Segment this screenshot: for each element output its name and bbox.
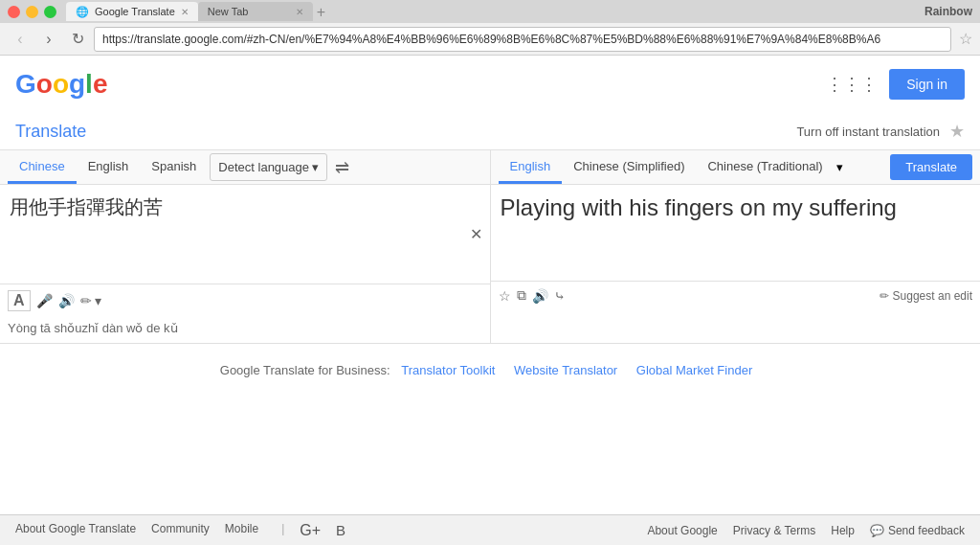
translate-title: Translate xyxy=(15,122,86,142)
target-lang-tab-chinese-traditional[interactable]: Chinese (Traditional) xyxy=(696,151,834,184)
target-lang-tab-english[interactable]: English xyxy=(499,151,563,184)
translate-button[interactable]: Translate xyxy=(890,154,972,180)
tab-favicon: 🌐 xyxy=(76,6,89,18)
title-bar: 🌐 Google Translate ✕ New Tab ✕ + Rainbow xyxy=(0,0,980,23)
minimize-window-button[interactable] xyxy=(26,6,38,18)
source-text-input[interactable]: 用他手指彈我的苦 xyxy=(0,185,490,281)
privacy-terms-link[interactable]: Privacy & Terms xyxy=(733,524,815,537)
google-logo: G o o g l e xyxy=(15,69,107,100)
global-market-finder-link[interactable]: Global Market Finder xyxy=(636,363,752,377)
suggest-edit-label: Suggest an edit xyxy=(893,289,972,303)
target-speaker-button[interactable]: 🔊 xyxy=(532,288,548,304)
swap-languages-button[interactable]: ⇌ xyxy=(327,157,357,178)
tab-label: New Tab xyxy=(208,6,249,17)
tab-close-icon[interactable]: ✕ xyxy=(181,7,189,17)
browser-frame: 🌐 Google Translate ✕ New Tab ✕ + Rainbow… xyxy=(0,0,980,56)
suggest-edit-link[interactable]: ✏ Suggest an edit xyxy=(880,289,972,303)
copy-translation-button[interactable]: ⧉ xyxy=(517,287,526,304)
website-translator-link[interactable]: Website Translator xyxy=(514,363,617,377)
maximize-window-button[interactable] xyxy=(44,6,56,18)
tab-close-icon[interactable]: ✕ xyxy=(296,7,303,17)
instant-toggle[interactable]: Turn off instant translation xyxy=(796,125,940,139)
source-lang-tab-chinese[interactable]: Chinese xyxy=(8,151,77,184)
gplus-icon[interactable]: G+ xyxy=(300,522,321,539)
forward-button[interactable]: › xyxy=(36,27,61,52)
clear-source-button[interactable]: ✕ xyxy=(470,225,482,243)
tabs-bar: 🌐 Google Translate ✕ New Tab ✕ + xyxy=(66,2,915,21)
save-star-icon[interactable]: ★ xyxy=(949,121,965,142)
target-panel: English Chinese (Simplified) Chinese (Tr… xyxy=(491,150,981,343)
translated-text: Playing with his fingers on my suffering xyxy=(491,185,981,281)
source-lang-tab-english[interactable]: English xyxy=(77,151,141,184)
for-business-section: Google Translate for Business: Translato… xyxy=(0,344,980,397)
tab-label: Google Translate xyxy=(95,6,175,17)
blogger-icon[interactable]: B xyxy=(336,522,345,539)
footer-left: About Google Translate Community Mobile … xyxy=(15,522,345,539)
about-google-translate-link[interactable]: About Google Translate xyxy=(15,522,136,539)
detect-language-label: Detect language xyxy=(218,160,309,174)
rainbow-label: Rainbow xyxy=(924,5,972,18)
target-lang-tabs: English Chinese (Simplified) Chinese (Tr… xyxy=(491,150,981,185)
source-panel: Chinese English Spanish Detect language … xyxy=(0,150,491,343)
nav-bar: ‹ › ↻ ☆ xyxy=(0,23,980,56)
sign-in-button[interactable]: Sign in xyxy=(889,69,965,100)
google-header: G o o g l e ⋮⋮⋮ Sign in xyxy=(0,56,980,113)
panels-area: Chinese English Spanish Detect language … xyxy=(0,150,980,344)
detect-language-button[interactable]: Detect language ▾ xyxy=(210,153,327,181)
community-link[interactable]: Community xyxy=(151,522,210,539)
share-button[interactable]: ⤷ xyxy=(554,288,566,304)
source-tools: A 🎤 🔊 ✏ ▾ xyxy=(0,284,490,317)
tab-new-tab[interactable]: New Tab ✕ xyxy=(198,2,313,21)
translate-options: Turn off instant translation ★ xyxy=(796,121,965,142)
close-window-button[interactable] xyxy=(8,6,20,18)
target-tools: ☆ ⧉ 🔊 ⤷ ✏ Suggest an edit xyxy=(491,281,981,309)
new-tab-button[interactable]: + xyxy=(317,4,325,21)
feedback-icon: 💬 xyxy=(870,524,884,537)
pencil-icon: ✏ xyxy=(880,289,889,303)
logo-letter-g2: g xyxy=(69,69,85,100)
source-speaker-button[interactable]: 🔊 xyxy=(58,293,75,308)
apps-grid-icon[interactable]: ⋮⋮⋮ xyxy=(826,74,878,95)
microphone-button[interactable]: 🎤 xyxy=(36,293,53,308)
chevron-down-icon: ▾ xyxy=(312,160,319,174)
source-lang-tab-spanish[interactable]: Spanish xyxy=(140,151,208,184)
tab-google-translate[interactable]: 🌐 Google Translate ✕ xyxy=(66,2,198,21)
edit-tool-button[interactable]: ✏ ▾ xyxy=(80,293,102,308)
window-controls xyxy=(8,6,56,18)
for-business-label: Google Translate for Business: xyxy=(220,363,390,377)
translate-bar: Translate Turn off instant translation ★ xyxy=(0,113,980,150)
logo-letter-o2: o xyxy=(53,69,69,100)
mobile-link[interactable]: Mobile xyxy=(225,522,258,539)
back-button[interactable]: ‹ xyxy=(8,27,33,52)
header-right: ⋮⋮⋮ Sign in xyxy=(826,69,965,100)
romanization: Yòng tā shǒuzhǐ dàn wǒ de kǔ xyxy=(0,317,490,343)
source-lang-tabs: Chinese English Spanish Detect language … xyxy=(0,150,490,185)
font-size-tool-button[interactable]: A xyxy=(8,290,31,311)
bookmark-star-icon[interactable]: ☆ xyxy=(959,30,972,48)
footer-bar: About Google Translate Community Mobile … xyxy=(0,514,980,545)
send-feedback-button[interactable]: 💬 Send feedback xyxy=(870,524,965,537)
about-google-link[interactable]: About Google xyxy=(647,524,717,537)
help-link[interactable]: Help xyxy=(831,524,855,537)
feedback-label: Send feedback xyxy=(888,524,965,537)
address-bar[interactable] xyxy=(94,27,951,52)
target-lang-more-icon[interactable]: ▾ xyxy=(836,160,843,174)
refresh-button[interactable]: ↻ xyxy=(65,27,90,52)
logo-letter-l: l xyxy=(85,69,93,100)
footer-right: About Google Privacy & Terms Help 💬 Send… xyxy=(647,524,965,537)
logo-letter-o1: o xyxy=(36,69,53,100)
translator-toolkit-link[interactable]: Translator Toolkit xyxy=(401,363,495,377)
logo-letter-e: e xyxy=(93,69,108,100)
page-content: G o o g l e ⋮⋮⋮ Sign in Translate Turn o… xyxy=(0,56,980,397)
favorite-star-button[interactable]: ☆ xyxy=(499,288,511,304)
logo-letter-g: G xyxy=(15,69,36,100)
target-lang-tab-chinese-simplified[interactable]: Chinese (Simplified) xyxy=(562,151,696,184)
